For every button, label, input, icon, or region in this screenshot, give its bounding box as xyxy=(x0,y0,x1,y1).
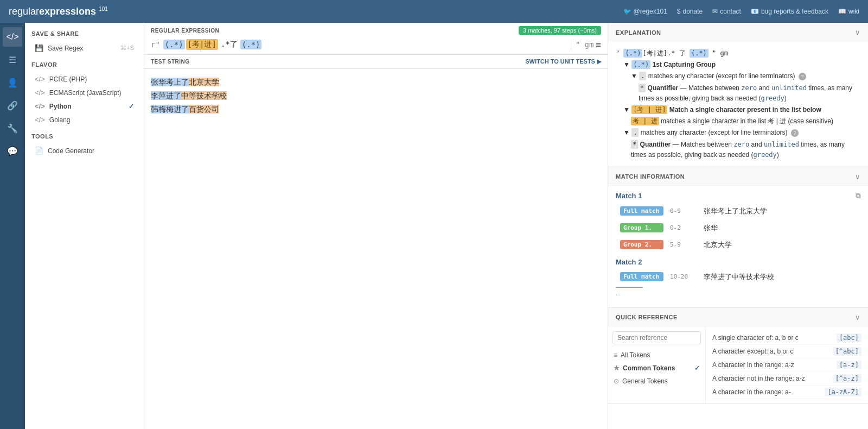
flavor-golang[interactable]: </> Golang xyxy=(31,113,137,127)
match-group2-2: 中等技术学校 xyxy=(181,91,227,100)
sidebar-btn-user[interactable]: 👤 xyxy=(3,73,22,92)
qr-row-3: A character in the range: a-z [a-z] xyxy=(712,358,861,372)
qr-desc-3: A character in the range: a-z xyxy=(712,361,837,369)
exp-charset-row: ▼ [考 | 进] Match a single character prese… xyxy=(616,105,860,115)
exp-cg1-token: (.*) xyxy=(631,60,650,69)
qr-all-icon: ≡ xyxy=(614,351,617,359)
match-info-toggle[interactable]: ∨ xyxy=(855,173,860,181)
top-navigation: regularexpressions 101 🐦 @regex101 $ don… xyxy=(0,0,868,23)
quick-ref-search[interactable] xyxy=(612,331,701,344)
icon-sidebar: </> ☰ 👤 🔗 🔧 💬 xyxy=(0,23,25,429)
quick-ref-body: ≡ All Tokens ★ Common Tokens ✓ ⊙ General… xyxy=(608,327,868,403)
match-1-g1-value: 张华 xyxy=(704,223,718,233)
match-1-full-row: Full match 0-9 张华考上了北京大学 xyxy=(616,204,860,219)
exp-quantifier-1: * Quantifier — Matches between zero and … xyxy=(616,83,860,104)
match-1-g1-row: Group 1. 0-2 张华 xyxy=(616,220,860,236)
match-full-1: 张华考上了北京大学 xyxy=(151,78,219,86)
exp-pattern-display: " (.*)[考|进].* 了 (.*) " gm xyxy=(616,48,860,59)
qr-row-4: A character not in the range: a-z [^a-z] xyxy=(712,372,861,386)
match-group2-3: 百货公司 xyxy=(189,105,219,113)
save-regex-button[interactable]: 💾 Save Regex ⌘+S xyxy=(31,41,137,55)
qr-cat-general[interactable]: ⊙ General Tokens xyxy=(608,375,705,388)
exp-cg1-label: 1st Capturing Group xyxy=(652,61,716,68)
match-2-full-range: 10-20 xyxy=(670,273,697,280)
regex-content[interactable]: (.*) [考|进] .*了 (.*) xyxy=(163,39,567,50)
sidebar-btn-wrench[interactable]: 🔧 xyxy=(3,118,22,138)
qr-row-2: A character except: a, b or c [^abc] xyxy=(712,345,861,358)
qr-desc-4: A character not in the range: a-z xyxy=(712,375,833,382)
exp-dot-label: matches any character (except for line t… xyxy=(648,72,806,80)
qr-token-2[interactable]: [^abc] xyxy=(833,347,861,356)
exp-charset-detail-text: matches a single character in the list 考… xyxy=(661,117,833,125)
exp-capturing-group-1: ▼ (.*) 1st Capturing Group xyxy=(616,60,860,70)
flavor-section-title: FLAVOR xyxy=(31,61,137,68)
sidebar-btn-layers[interactable]: ☰ xyxy=(3,50,22,70)
tools-section-title: TOOLS xyxy=(31,133,137,140)
explanation-header[interactable]: EXPLANATION ∨ xyxy=(608,23,868,42)
twitter-link[interactable]: 🐦 @regex101 xyxy=(623,8,667,15)
exp-arrow-4: ▼ xyxy=(623,129,630,136)
match-2-full-value: 李萍进了中等技术学校 xyxy=(704,272,774,282)
match-1-full-value: 张华考上了北京大学 xyxy=(704,206,767,216)
exp-token-group1-hdr: (.*) xyxy=(623,49,642,58)
match-info-body: Match 1 ⧉ Full match 0-9 张华考上了北京大学 Group… xyxy=(608,186,868,307)
save-icon: 💾 xyxy=(35,44,43,52)
test-area: TEST STRING SWITCH TO UNIT TESTS ▶ 张华考上了… xyxy=(144,55,608,429)
sidebar-btn-chain[interactable]: 🔗 xyxy=(3,96,22,115)
donate-link[interactable]: $ donate xyxy=(677,8,703,15)
code-generator-button[interactable]: 📄 Code Generator xyxy=(31,144,137,157)
code-icon-2: </> xyxy=(35,89,45,97)
match-2-title: Match 2 xyxy=(616,258,860,266)
contact-link[interactable]: ✉ contact xyxy=(712,8,741,15)
left-panel: SAVE & SHARE 💾 Save Regex ⌘+S FLAVOR </>… xyxy=(25,23,144,429)
bugs-link[interactable]: 📧 bug reports & feedback xyxy=(751,8,828,15)
match-info-title: MATCH INFORMATION xyxy=(616,173,685,180)
qr-token-1[interactable]: [abc] xyxy=(837,333,861,342)
flavor-ecma[interactable]: </> ECMAScript (JavaScript) xyxy=(31,86,137,99)
match-1-copy[interactable]: ⧉ xyxy=(856,192,860,200)
match-full-3: 韩梅梅进了百货公司 xyxy=(151,105,219,113)
regex-flag-gm: gm xyxy=(585,40,594,49)
code-icon-4: </> xyxy=(35,116,45,124)
sidebar-btn-code[interactable]: </> xyxy=(3,27,22,47)
test-string-content[interactable]: 张华考上了北京大学 李萍进了中等技术学校 韩梅梅进了百货公司 xyxy=(144,69,608,429)
quick-ref-toggle[interactable]: ∨ xyxy=(855,313,860,321)
exp-dot-token-1: . xyxy=(639,72,646,80)
quick-ref-header[interactable]: QUICK REFERENCE ∨ xyxy=(608,308,868,327)
wiki-link[interactable]: 📖 wiki xyxy=(838,8,859,15)
explanation-toggle[interactable]: ∨ xyxy=(855,28,860,36)
quick-ref-title: QUICK REFERENCE xyxy=(616,314,678,320)
regex-flag-icon[interactable]: ≡ xyxy=(596,40,601,50)
exp-dot-2: ▼ . matches any character (except for li… xyxy=(616,128,860,138)
exp-arrow-1: ▼ xyxy=(623,61,630,68)
exp-charset-label: Match a single character present in the … xyxy=(669,106,821,113)
qr-cat-all[interactable]: ≡ All Tokens xyxy=(608,349,705,362)
qr-cat-common[interactable]: ★ Common Tokens ✓ xyxy=(608,362,705,375)
help-icon-1[interactable]: ? xyxy=(799,73,806,80)
exp-dot-label-2: matches any character (except for line t… xyxy=(641,129,799,136)
match-full-2: 李萍进了中等技术学校 xyxy=(151,91,227,100)
match-2-full-row: Full match 10-20 李萍进了中等技术学校 xyxy=(616,269,860,285)
regex-charset: [考|进] xyxy=(186,39,218,50)
switch-unit-tests-button[interactable]: SWITCH TO UNIT TESTS ▶ xyxy=(525,58,601,65)
nav-links: 🐦 @regex101 $ donate ✉ contact 📧 bug rep… xyxy=(623,8,859,15)
flavor-pcre[interactable]: </> PCRE (PHP) xyxy=(31,72,137,86)
codegen-icon: 📄 xyxy=(35,147,43,155)
match-info-header[interactable]: MATCH INFORMATION ∨ xyxy=(608,167,868,186)
qr-token-3[interactable]: [a-z] xyxy=(837,361,861,369)
qr-desc-2: A character except: a, b or c xyxy=(712,348,833,355)
flavor-python[interactable]: </> Python ✓ xyxy=(31,99,137,113)
exp-q1-label: Quantifier — Matches between zero and un… xyxy=(639,84,852,102)
test-line-3: 韩梅梅进了百货公司 xyxy=(151,103,601,116)
match-1-section: Match 1 ⧉ Full match 0-9 张华考上了北京大学 Group… xyxy=(616,192,860,253)
qr-common-check: ✓ xyxy=(694,364,700,372)
exp-q2-token: * xyxy=(631,140,638,149)
qr-token-4[interactable]: [^a-z] xyxy=(833,374,861,383)
quick-ref-right: A single character of: a, b or c [abc] A… xyxy=(706,327,868,403)
explanation-title: EXPLANATION xyxy=(616,29,661,36)
save-section-title: SAVE & SHARE xyxy=(31,30,137,37)
sidebar-btn-chat[interactable]: 💬 xyxy=(3,141,22,161)
qr-token-5[interactable]: [a-zA-Z] xyxy=(825,388,861,396)
exp-dot-token-2: . xyxy=(631,128,639,137)
help-icon-2[interactable]: ? xyxy=(791,129,799,137)
